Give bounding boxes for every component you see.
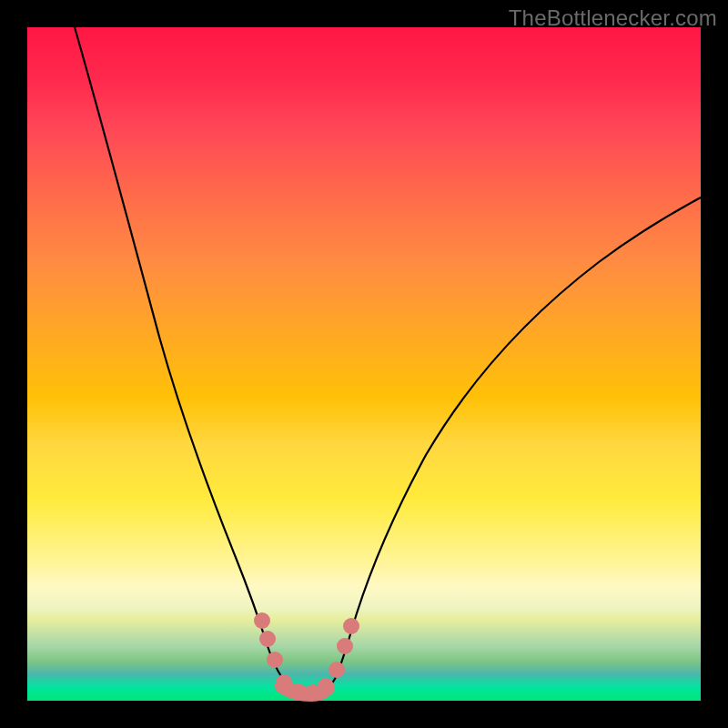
marker-dot bbox=[318, 678, 334, 694]
marker-dot bbox=[276, 674, 292, 691]
chart-series-group bbox=[75, 27, 701, 701]
marker-dot bbox=[329, 662, 345, 678]
marker-dot bbox=[337, 638, 353, 654]
marker-dot bbox=[254, 612, 270, 629]
chart-svg bbox=[27, 27, 701, 701]
right-curve-path bbox=[311, 197, 701, 696]
left-curve-path bbox=[75, 27, 311, 696]
marker-dot bbox=[290, 683, 307, 700]
marker-dot bbox=[267, 652, 283, 668]
marker-dot bbox=[259, 631, 276, 647]
marker-dot bbox=[343, 618, 359, 634]
